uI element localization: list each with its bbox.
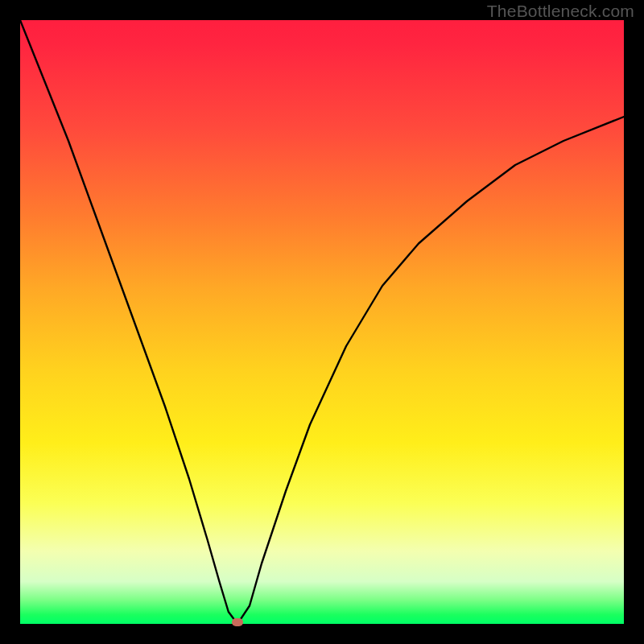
watermark-text: TheBottleneck.com: [487, 2, 634, 21]
plot-area: [20, 20, 624, 624]
curve-layer: [20, 20, 624, 624]
bottleneck-curve: [20, 20, 624, 624]
chart-frame: TheBottleneck.com: [0, 0, 644, 644]
optimal-point-marker: [232, 618, 243, 626]
